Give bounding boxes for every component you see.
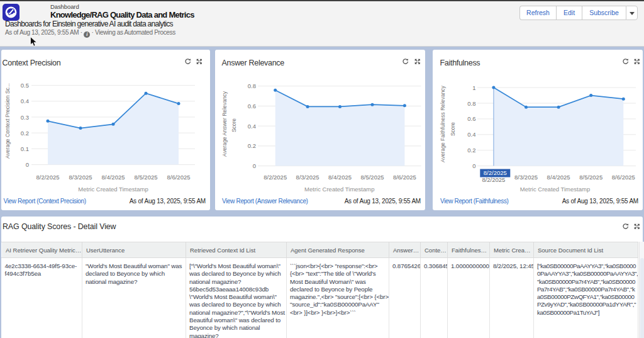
svg-text:Average Faithfulness Relevancy: Average Faithfulness Relevancy	[440, 85, 446, 162]
svg-text:8/4/2025: 8/4/2025	[328, 174, 352, 181]
svg-text:1: 1	[472, 84, 475, 91]
svg-text:0.1: 0.1	[21, 145, 29, 152]
svg-text:0: 0	[472, 162, 475, 169]
svg-text:8/4/2025: 8/4/2025	[102, 174, 125, 181]
svg-text:Metric Created Timestamp: Metric Created Timestamp	[78, 186, 148, 193]
svg-text:Average Answer Relevancy: Average Answer Relevancy	[221, 91, 228, 157]
svg-text:Metric Created Timestamp: Metric Created Timestamp	[520, 186, 590, 193]
svg-text:8/5/2025: 8/5/2025	[135, 174, 158, 181]
svg-text:8/3/2025: 8/3/2025	[69, 174, 92, 181]
svg-text:Score: Score	[231, 118, 237, 132]
svg-text:0.2: 0.2	[467, 147, 475, 154]
svg-text:0.2: 0.2	[21, 130, 29, 137]
svg-text:0.6: 0.6	[467, 115, 475, 122]
svg-text:0.5: 0.5	[21, 82, 29, 89]
svg-text:0.8: 0.8	[467, 100, 475, 107]
svg-text:0.4: 0.4	[467, 131, 475, 138]
svg-text:8/3/2025: 8/3/2025	[514, 174, 538, 181]
svg-text:0.6: 0.6	[248, 103, 256, 110]
svg-text:0.4: 0.4	[248, 123, 256, 130]
svg-text:0.3: 0.3	[21, 114, 29, 121]
svg-text:0: 0	[26, 161, 29, 168]
svg-text:8/6/2025: 8/6/2025	[393, 174, 416, 181]
svg-text:8/4/2025: 8/4/2025	[547, 174, 570, 181]
svg-text:0.8: 0.8	[248, 82, 256, 89]
svg-text:8/2/2025: 8/2/2025	[264, 174, 287, 181]
svg-text:Score: Score	[450, 122, 456, 136]
svg-text:0: 0	[253, 162, 256, 169]
svg-text:8/2/2025: 8/2/2025	[36, 174, 60, 181]
svg-text:8/2/2025: 8/2/2025	[484, 169, 507, 176]
svg-text:0.4: 0.4	[21, 98, 29, 104]
svg-text:8/6/2025: 8/6/2025	[167, 174, 191, 181]
svg-text:8/3/2025: 8/3/2025	[296, 174, 319, 181]
svg-text:0.2: 0.2	[248, 142, 256, 149]
svg-text:8/5/2025: 8/5/2025	[361, 174, 384, 181]
svg-text:8/6/2025: 8/6/2025	[612, 174, 635, 181]
svg-text:Metric Created Timestamp: Metric Created Timestamp	[304, 186, 374, 193]
svg-text:Average Context Precision Sc..: Average Context Precision Sc...	[4, 83, 11, 159]
svg-text:8/5/2025: 8/5/2025	[579, 174, 602, 181]
